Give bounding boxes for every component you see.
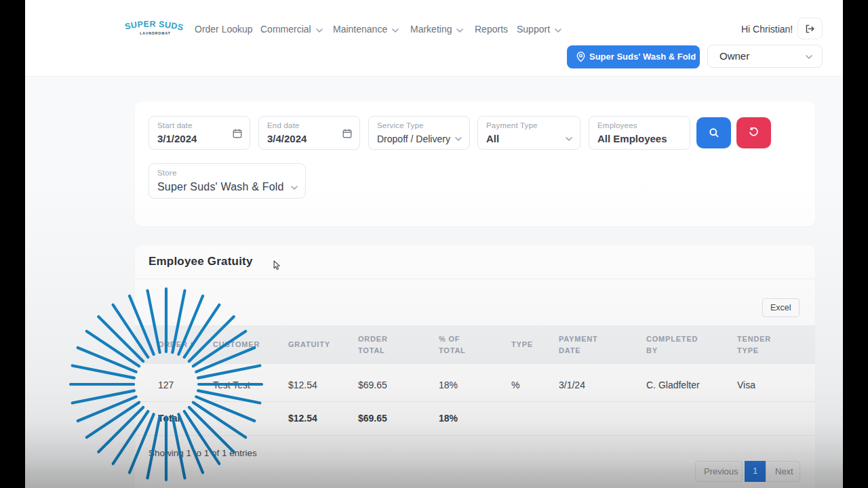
- svg-text:LAUNDROMAT: LAUNDROMAT: [140, 31, 170, 35]
